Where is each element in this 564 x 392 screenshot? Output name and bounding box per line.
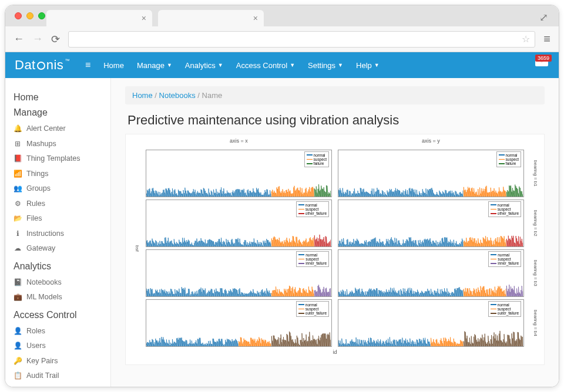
key-icon: 🔑 — [14, 356, 22, 366]
url-input[interactable] — [73, 35, 522, 43]
sidebar-item-roles[interactable]: 👤Roles — [14, 324, 102, 339]
close-icon[interactable]: × — [253, 13, 258, 23]
sidebar-toggle-icon[interactable]: ≡ — [85, 60, 90, 70]
gateway-icon: ☁ — [14, 244, 22, 254]
breadcrumb: Home / Notebooks / Name — [125, 86, 545, 104]
chart-legend: normalsuspectouter_failure — [488, 301, 521, 317]
chart-legend: normalsuspectother_failure — [488, 201, 521, 217]
chart-legend: normalsuspectother_failure — [296, 201, 329, 217]
sidebar-item-label: Files — [26, 214, 42, 224]
facet-row-title: bearing = b4 — [530, 299, 538, 347]
sidebar-item-label: Audit Trail — [26, 371, 59, 381]
chart-panel: normalsuspectouter_failure05001000150020… — [146, 299, 332, 347]
chart-panel: normalsuspectinner_failure — [146, 249, 332, 297]
nav-help[interactable]: Help▼ — [356, 61, 380, 70]
notebook-icon: 📓 — [14, 278, 22, 288]
browser-menu-icon[interactable]: ≡ — [543, 32, 550, 46]
nav-home[interactable]: Home — [103, 61, 124, 70]
chart-figure: bsf axis = x axis = y id normalsuspectfa… — [125, 134, 545, 365]
sidebar-item-audit-trail[interactable]: 📋Audit Trail — [14, 369, 102, 384]
brand-logo[interactable]: Datnis™ — [15, 58, 70, 73]
sidebar-item-label: ML Models — [26, 292, 62, 303]
chart-panel: normalsuspectinner_failure — [338, 249, 524, 297]
nav-manage[interactable]: Manage▼ — [137, 61, 172, 70]
chart-panel: normalsuspectother_failure — [338, 200, 524, 247]
group-icon: 👥 — [14, 184, 22, 194]
sidebar-item-label: Key Pairs — [26, 356, 58, 367]
sidebar-item-ml-models[interactable]: 💼ML Models — [14, 290, 102, 305]
sidebar-heading[interactable]: Analytics — [14, 261, 102, 272]
browser-tab[interactable]: × — [158, 10, 264, 26]
sidebar-item-mashups[interactable]: ⊞Mashups — [14, 137, 102, 152]
window-maximize-button[interactable] — [38, 12, 45, 19]
breadcrumb-home[interactable]: Home — [132, 91, 153, 100]
dashboard-icon: ⊞ — [14, 139, 22, 149]
sidebar-item-notebooks[interactable]: 📓Notebooks — [14, 275, 102, 290]
sidebar-item-label: Groups — [26, 184, 51, 194]
chevron-down-icon: ▼ — [374, 62, 380, 68]
nav-access-control[interactable]: Access Control▼ — [236, 61, 295, 70]
sidebar-item-instructions[interactable]: ℹInstructions — [14, 227, 102, 242]
signal-icon: 📶 — [14, 169, 22, 179]
chart-legend: normalsuspectfailure — [496, 151, 521, 167]
breadcrumb-current: Name — [202, 91, 223, 100]
facet-col-title: axis = y — [338, 138, 524, 147]
facet-col-title: axis = x — [146, 138, 332, 147]
forward-button[interactable]: → — [32, 33, 43, 45]
main-content: Home / Notebooks / Name Predictive maint… — [111, 78, 559, 387]
address-bar[interactable]: ☆ — [68, 31, 535, 48]
expand-icon[interactable]: ⤢ — [539, 11, 548, 24]
facet-row-title: bearing = b2 — [530, 200, 538, 247]
chart-legend: normalsuspectfailure — [304, 151, 329, 167]
notifications-button[interactable]: 3659 — [535, 57, 548, 66]
sidebar-item-label: Gateway — [26, 244, 55, 254]
bookmark-icon[interactable]: ☆ — [522, 33, 530, 45]
x-axis-label: id — [146, 349, 524, 361]
sidebar-item-label: Thing Templates — [26, 154, 80, 164]
info-icon: ℹ — [14, 229, 22, 239]
sidebar-item-label: Users — [26, 341, 46, 352]
sidebar-item-files[interactable]: 📂Files — [14, 211, 102, 227]
sidebar-item-label: Notebooks — [26, 278, 62, 288]
sidebar-item-gateway[interactable]: ☁Gateway — [14, 241, 102, 256]
role-icon: 👤 — [14, 326, 22, 336]
chart-legend: normalsuspectinner_failure — [296, 251, 329, 267]
sidebar-item-label: Things — [26, 169, 49, 180]
chart-panel: normalsuspectfailure — [338, 150, 524, 197]
sidebar-heading[interactable]: Home — [14, 92, 102, 103]
bell-icon: 🔔 — [14, 124, 22, 134]
briefcase-icon: 💼 — [14, 292, 22, 302]
facet-row-title: bearing = b3 — [530, 249, 538, 297]
page-title: Predictive maintenance using vibration a… — [125, 113, 545, 128]
sidebar-item-key-pairs[interactable]: 🔑Key Pairs — [14, 354, 102, 369]
sidebar-item-users[interactable]: 👤Users — [14, 339, 102, 354]
sidebar-item-thing-templates[interactable]: 📕Thing Templates — [14, 151, 102, 167]
sidebar-item-label: Mashups — [26, 139, 56, 150]
sidebar-item-label: Roles — [26, 326, 45, 337]
book-icon: 📕 — [14, 154, 22, 164]
sidebar-item-alert-center[interactable]: 🔔Alert Center — [14, 121, 102, 137]
reload-button[interactable]: ⟳ — [51, 33, 60, 46]
folder-icon: 📂 — [14, 214, 22, 224]
audit-icon: 📋 — [14, 371, 22, 381]
chevron-down-icon: ▼ — [290, 62, 295, 68]
browser-tab[interactable]: × — [46, 10, 152, 26]
sidebar-heading[interactable]: Manage — [14, 107, 102, 118]
sidebar-item-label: Instructions — [26, 229, 64, 239]
sidebar-heading[interactable]: Access Control — [14, 310, 102, 320]
sidebar-item-rules[interactable]: ⚙Rules — [14, 197, 102, 212]
browser-tab-strip: × × ⤢ ← → ⟳ ☆ ≡ — [5, 5, 559, 52]
sidebar-item-groups[interactable]: 👥Groups — [14, 181, 102, 197]
nav-analytics[interactable]: Analytics▼ — [185, 61, 223, 70]
close-icon[interactable]: × — [142, 13, 146, 23]
sidebar-item-things[interactable]: 📶Things — [14, 167, 102, 182]
breadcrumb-notebooks[interactable]: Notebooks — [159, 91, 196, 100]
chart-panel: normalsuspectfailure — [146, 150, 332, 197]
window-close-button[interactable] — [15, 12, 22, 19]
back-button[interactable]: ← — [14, 33, 24, 45]
nav-settings[interactable]: Settings▼ — [308, 61, 343, 70]
window-minimize-button[interactable] — [26, 12, 33, 19]
sidebar-item-label: Rules — [26, 199, 45, 209]
chart-panel: normalsuspectouter_failure05001000150020… — [338, 299, 524, 347]
y-axis-label: bsf — [132, 150, 140, 347]
